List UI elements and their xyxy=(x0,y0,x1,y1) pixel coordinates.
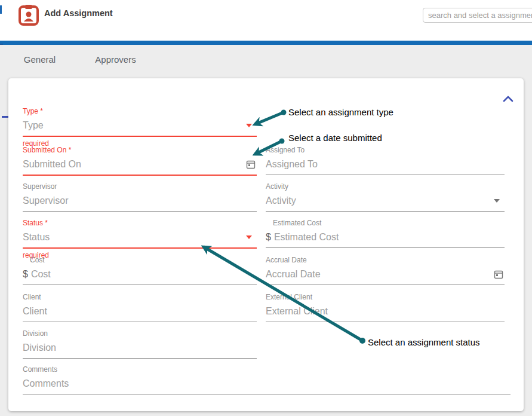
field-activity: Activity xyxy=(266,182,505,212)
page-title: Add Assignment xyxy=(44,8,113,18)
submitted-on-label: Submitted On * xyxy=(23,146,257,154)
dollar-prefix: $ xyxy=(266,232,271,243)
header-divider-bar xyxy=(0,41,532,45)
field-cost: Cost $ xyxy=(23,256,257,285)
division-label: Division xyxy=(23,329,257,338)
client-label: Client xyxy=(23,293,257,301)
status-dropdown-caret-icon[interactable] xyxy=(246,235,252,239)
collapse-chevron-up-icon[interactable] xyxy=(502,94,514,103)
general-form-card: Type * required Submitted On * Assigned … xyxy=(8,78,524,411)
activity-label: Activity xyxy=(266,182,505,191)
activity-dropdown-caret-icon[interactable] xyxy=(494,199,500,203)
calendar-icon[interactable] xyxy=(246,160,256,169)
supervisor-label: Supervisor xyxy=(23,182,257,191)
field-comments: Comments xyxy=(23,365,511,394)
field-submitted-on: Submitted On * xyxy=(23,146,257,176)
field-type: Type * required xyxy=(23,107,257,148)
estimated-cost-input[interactable] xyxy=(274,232,505,243)
accrual-date-label: Accrual Date xyxy=(266,256,505,264)
type-underline xyxy=(23,136,257,137)
left-edge-accent xyxy=(0,5,2,14)
cost-label: Cost xyxy=(23,256,257,264)
field-accrual-date: Accrual Date xyxy=(266,256,505,285)
field-assigned-to: Assigned To xyxy=(266,146,505,175)
type-label: Type * xyxy=(23,107,257,115)
tab-approvers[interactable]: Approvers xyxy=(78,45,153,74)
top-header: Add Assignment xyxy=(0,0,532,41)
tab-bar: General Approvers xyxy=(0,45,532,74)
status-label: Status * xyxy=(23,219,257,227)
calendar-icon[interactable] xyxy=(494,270,503,279)
estimated-cost-label: Estimated Cost xyxy=(266,219,505,227)
client-underline xyxy=(23,322,257,322)
type-input[interactable] xyxy=(23,120,242,131)
comments-input[interactable] xyxy=(23,378,511,389)
comments-underline xyxy=(23,394,511,394)
field-supervisor: Supervisor xyxy=(23,182,257,212)
assigned-to-underline xyxy=(266,175,505,175)
accrual-date-input[interactable] xyxy=(266,269,490,280)
search-input[interactable] xyxy=(423,8,532,23)
annotation-select-date: Select a date submitted xyxy=(288,133,382,143)
division-underline xyxy=(23,358,257,359)
external-client-underline xyxy=(266,322,505,322)
tab-general[interactable]: General xyxy=(2,45,78,74)
submitted-on-underline xyxy=(23,175,257,176)
client-input[interactable] xyxy=(23,306,257,317)
status-input[interactable] xyxy=(23,232,242,243)
assigned-to-input[interactable] xyxy=(266,159,505,170)
type-dropdown-caret-icon[interactable] xyxy=(246,124,252,127)
external-client-input[interactable] xyxy=(266,306,505,317)
assigned-to-label: Assigned To xyxy=(266,146,505,154)
activity-underline xyxy=(266,211,505,212)
cost-input[interactable] xyxy=(31,269,257,280)
activity-input[interactable] xyxy=(266,195,490,206)
field-division: Division xyxy=(23,329,257,359)
division-input[interactable] xyxy=(23,342,257,353)
supervisor-underline xyxy=(23,211,257,212)
field-external-client: External Client xyxy=(266,293,505,322)
cost-underline xyxy=(23,285,257,285)
assignment-person-icon xyxy=(18,4,39,26)
accrual-date-underline xyxy=(266,285,505,285)
submitted-on-input[interactable] xyxy=(23,159,242,170)
annotation-select-type: Select an assignment type xyxy=(288,107,393,117)
field-estimated-cost: Estimated Cost $ xyxy=(266,219,505,248)
field-status: Status * required xyxy=(23,219,257,259)
external-client-label: External Client xyxy=(266,293,505,301)
estimated-cost-underline xyxy=(266,247,505,248)
field-client: Client xyxy=(23,293,257,322)
dollar-prefix: $ xyxy=(23,269,28,280)
supervisor-input[interactable] xyxy=(23,195,257,206)
status-underline xyxy=(23,247,257,249)
annotation-select-status: Select an assignment status xyxy=(368,337,480,347)
comments-label: Comments xyxy=(23,365,511,374)
